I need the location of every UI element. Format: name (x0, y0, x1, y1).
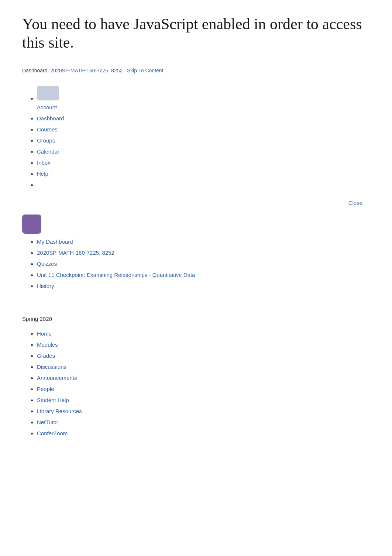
skip-to-content-link[interactable]: Skip To Content (127, 68, 164, 73)
breadcrumb-link-course[interactable]: 2020SP-MATH-160-7225, 8252 (37, 250, 114, 256)
breadcrumb-item-course[interactable]: 2020SP-MATH-160-7225, 8252 (37, 248, 370, 257)
course-nav-link-grades[interactable]: Grades (37, 353, 55, 359)
course-nav-item-announcements[interactable]: Announcements (37, 374, 370, 382)
course-nav-item-conferzoom[interactable]: ConferZoom (37, 429, 370, 438)
breadcrumb-nav-list: My Dashboard 2020SP-MATH-160-7225, 8252 … (22, 237, 370, 291)
breadcrumb-course-link[interactable]: 2020SP-MATH-160-7225, 8252 (50, 68, 123, 73)
course-nav-link-student-help[interactable]: Student Help (37, 397, 69, 403)
course-nav-item-grades[interactable]: Grades (37, 351, 370, 360)
section-label: Spring 2020 (22, 315, 370, 323)
js-warning-section: You need to have JavaScript enabled in o… (22, 15, 370, 52)
account-avatar (37, 86, 59, 100)
nav-item-help[interactable]: Help (37, 169, 370, 178)
course-nav-item-discussions[interactable]: Discussions (37, 363, 370, 371)
course-nav: Home Modules Grades Discussions Announce… (22, 329, 370, 438)
breadcrumb-nav: My Dashboard 2020SP-MATH-160-7225, 8252 … (22, 237, 370, 291)
course-nav-link-home[interactable]: Home (37, 330, 52, 337)
course-nav-link-people[interactable]: People (37, 386, 54, 392)
breadcrumb-link-history[interactable]: History (37, 283, 54, 289)
course-nav-link-announcements[interactable]: Announcements (37, 375, 77, 381)
js-warning-heading: You need to have JavaScript enabled in o… (22, 15, 370, 52)
course-nav-list: Home Modules Grades Discussions Announce… (22, 329, 370, 438)
nav-item-courses[interactable]: Courses (37, 125, 370, 134)
close-button[interactable]: Close (348, 199, 362, 207)
breadcrumb-link-unit11[interactable]: Unit 11 Checkpoint: Examining Relationsh… (37, 272, 195, 278)
top-nav-section: Account Dashboard Courses Groups Calenda… (22, 86, 370, 188)
breadcrumb-link-quizzes[interactable]: Quizzes (37, 261, 57, 267)
close-section: Close (22, 199, 370, 207)
course-nav-item-modules[interactable]: Modules (37, 340, 370, 349)
course-nav-item-nettutor[interactable]: NetTutor (37, 418, 370, 427)
nav-item-calendar[interactable]: Calendar (37, 147, 370, 156)
course-nav-item-student-help[interactable]: Student Help (37, 396, 370, 405)
breadcrumb-dashboard-text: Dashboard (22, 68, 48, 73)
breadcrumb-item-unit11[interactable]: Unit 11 Checkpoint: Examining Relationsh… (37, 271, 370, 279)
nav-item-empty (37, 181, 370, 188)
account-link[interactable]: Account (37, 104, 57, 110)
page-wrapper: You need to have JavaScript enabled in o… (0, 0, 392, 455)
breadcrumb-item-history[interactable]: History (37, 282, 370, 291)
course-nav-link-conferzoom[interactable]: ConferZoom (37, 430, 68, 436)
course-nav-link-library-resources[interactable]: Library Resources (37, 408, 82, 414)
nav-item-groups[interactable]: Groups (37, 136, 370, 145)
nav-link-calendar[interactable]: Calendar (37, 148, 59, 155)
course-nav-link-discussions[interactable]: Discussions (37, 364, 66, 370)
course-nav-item-people[interactable]: People (37, 385, 370, 394)
breadcrumb-link-my-dashboard[interactable]: My Dashboard (37, 238, 73, 245)
nav-link-dashboard[interactable]: Dashboard (37, 115, 64, 121)
user-avatar (22, 214, 41, 234)
account-avatar-item: Account (37, 86, 370, 112)
nav-link-inbox[interactable]: Inbox (37, 159, 51, 166)
top-nav-list: Account Dashboard Courses Groups Calenda… (22, 86, 370, 188)
breadcrumb-item-my-dashboard[interactable]: My Dashboard (37, 237, 370, 246)
course-nav-item-home[interactable]: Home (37, 329, 370, 338)
course-nav-item-library-resources[interactable]: Library Resources (37, 407, 370, 416)
nav-link-help[interactable]: Help (37, 171, 48, 177)
nav-link-groups[interactable]: Groups (37, 137, 55, 144)
breadcrumb-item-quizzes[interactable]: Quizzes (37, 260, 370, 268)
course-nav-link-nettutor[interactable]: NetTutor (37, 419, 58, 425)
nav-item-inbox[interactable]: Inbox (37, 158, 370, 167)
course-nav-link-modules[interactable]: Modules (37, 342, 58, 348)
section-label-text: Spring 2020 (22, 316, 52, 322)
nav-item-dashboard[interactable]: Dashboard (37, 114, 370, 123)
nav-link-courses[interactable]: Courses (37, 126, 58, 133)
breadcrumb-bar: Dashboard 2020SP-MATH-160-7225, 8252 Ski… (22, 67, 370, 75)
